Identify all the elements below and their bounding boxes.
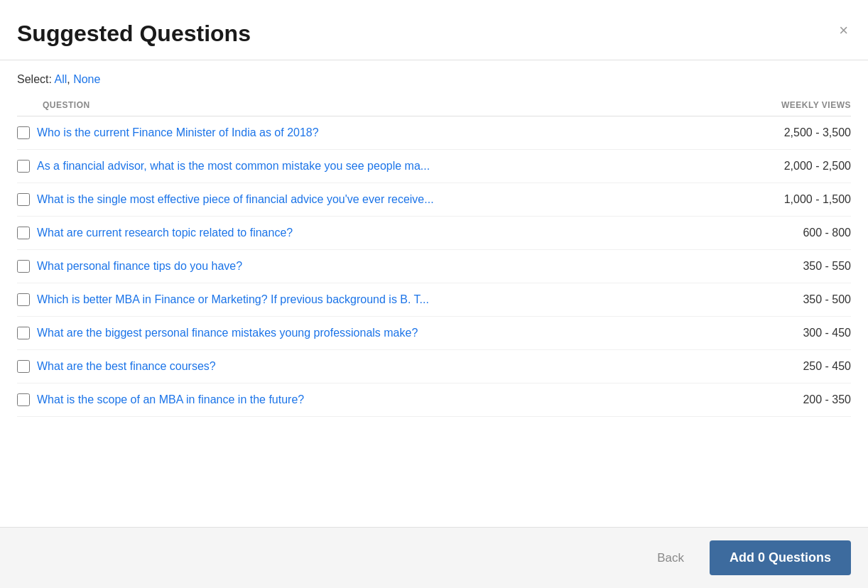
table-row: What are the best finance courses?250 - …: [17, 350, 851, 383]
question-checkbox[interactable]: [17, 393, 30, 406]
question-text[interactable]: What are the biggest personal finance mi…: [37, 327, 418, 339]
table-row: What is the single most effective piece …: [17, 183, 851, 217]
question-views: 2,500 - 3,500: [759, 126, 851, 139]
question-text[interactable]: Who is the current Finance Minister of I…: [37, 126, 319, 139]
question-checkbox[interactable]: [17, 227, 30, 239]
col-views-header: WEEKLY VIEWS: [781, 100, 851, 110]
table-row: What personal finance tips do you have?3…: [17, 250, 851, 283]
modal-title: Suggested Questions: [17, 20, 251, 47]
question-checkbox[interactable]: [17, 327, 30, 339]
question-left: Who is the current Finance Minister of I…: [17, 126, 744, 139]
question-text[interactable]: What are current research topic related …: [37, 227, 293, 239]
question-left: What are current research topic related …: [17, 227, 744, 239]
modal-footer: Back Add 0 Questions: [0, 527, 868, 588]
close-button[interactable]: ×: [836, 20, 851, 41]
question-text[interactable]: Which is better MBA in Finance or Market…: [37, 293, 429, 306]
question-left: What personal finance tips do you have?: [17, 260, 744, 273]
question-views: 350 - 550: [759, 260, 851, 273]
question-text[interactable]: What are the best finance courses?: [37, 360, 216, 373]
select-label: Select:: [17, 73, 52, 85]
add-questions-button[interactable]: Add 0 Questions: [710, 540, 851, 575]
question-views: 300 - 450: [759, 327, 851, 339]
questions-list: Who is the current Finance Minister of I…: [17, 116, 851, 527]
table-row: Which is better MBA in Finance or Market…: [17, 283, 851, 317]
question-text[interactable]: What is the scope of an MBA in finance i…: [37, 393, 304, 406]
back-button[interactable]: Back: [646, 544, 695, 572]
question-views: 350 - 500: [759, 293, 851, 306]
select-all-link[interactable]: All: [54, 73, 67, 85]
question-checkbox[interactable]: [17, 360, 30, 373]
question-views: 1,000 - 1,500: [759, 193, 851, 206]
question-views: 600 - 800: [759, 227, 851, 239]
table-row: Who is the current Finance Minister of I…: [17, 116, 851, 150]
table-row: What are current research topic related …: [17, 217, 851, 250]
question-views: 200 - 350: [759, 393, 851, 406]
question-left: What are the biggest personal finance mi…: [17, 327, 744, 339]
table-row: What are the biggest personal finance mi…: [17, 317, 851, 350]
question-checkbox[interactable]: [17, 160, 30, 173]
question-views: 2,000 - 2,500: [759, 160, 851, 173]
table-row: As a financial advisor, what is the most…: [17, 150, 851, 183]
modal-body: Select: All, None QUESTION WEEKLY VIEWS …: [0, 60, 868, 527]
col-question-header: QUESTION: [43, 100, 90, 110]
question-left: What is the scope of an MBA in finance i…: [17, 393, 744, 406]
question-left: What is the single most effective piece …: [17, 193, 744, 206]
table-row: What is the scope of an MBA in finance i…: [17, 383, 851, 417]
question-left: Which is better MBA in Finance or Market…: [17, 293, 744, 306]
question-left: What are the best finance courses?: [17, 360, 744, 373]
question-text[interactable]: What personal finance tips do you have?: [37, 260, 242, 273]
question-views: 250 - 450: [759, 360, 851, 373]
select-row: Select: All, None: [17, 60, 851, 94]
question-text[interactable]: As a financial advisor, what is the most…: [37, 160, 430, 173]
question-checkbox[interactable]: [17, 193, 30, 206]
modal-header: Suggested Questions ×: [0, 0, 868, 60]
question-checkbox[interactable]: [17, 126, 30, 139]
question-checkbox[interactable]: [17, 293, 30, 306]
select-none-link[interactable]: None: [73, 73, 100, 85]
question-text[interactable]: What is the single most effective piece …: [37, 193, 434, 206]
table-header: QUESTION WEEKLY VIEWS: [17, 94, 851, 116]
question-checkbox[interactable]: [17, 260, 30, 273]
suggested-questions-modal: Suggested Questions × Select: All, None …: [0, 0, 868, 588]
question-left: As a financial advisor, what is the most…: [17, 160, 744, 173]
